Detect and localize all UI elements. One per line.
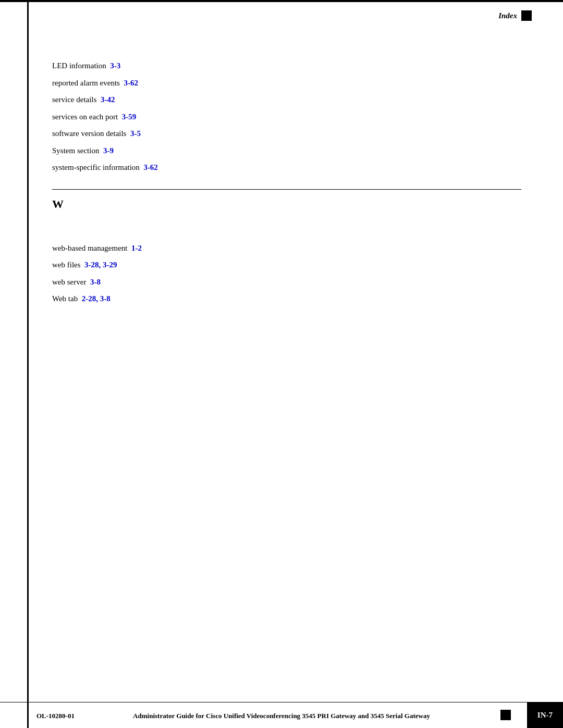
entry-software-version-details: software version details 3-5 xyxy=(52,128,521,140)
footer-title: Administrator Guide for Cisco Unified Vi… xyxy=(133,712,430,720)
page-header: Index xyxy=(0,5,563,26)
section-divider-w xyxy=(52,189,521,190)
entry-link[interactable]: 3-42 xyxy=(101,95,115,104)
page-footer: OL-10280-01 Administrator Guide for Cisc… xyxy=(0,702,563,728)
entry-text: web server xyxy=(52,278,90,286)
entry-text: software version details xyxy=(52,129,130,138)
entry-text: web files xyxy=(52,261,84,269)
entry-link[interactable]: 3-28, 3-29 xyxy=(84,261,117,269)
entry-service-details: service details 3-42 xyxy=(52,94,521,106)
entry-led-information: LED information 3-3 xyxy=(52,60,521,72)
entry-services-on-each-port: services on each port 3-59 xyxy=(52,111,521,123)
continuation-entries: LED information 3-3 reported alarm event… xyxy=(52,60,521,174)
left-bar xyxy=(27,0,29,728)
entry-text: Web tab xyxy=(52,294,82,303)
entry-text: service details xyxy=(52,95,101,104)
entry-link[interactable]: 3-3 xyxy=(110,61,120,70)
entry-link[interactable]: 3-62 xyxy=(143,163,158,171)
entry-link[interactable]: 3-59 xyxy=(122,113,137,121)
entry-text: system-specific information xyxy=(52,163,143,171)
entry-web-server: web server 3-8 xyxy=(52,276,521,288)
top-border xyxy=(0,0,563,2)
section-letter-w: W xyxy=(52,198,521,211)
entry-text: web-based management xyxy=(52,244,131,252)
header-index: Index xyxy=(498,10,532,21)
entry-link[interactable]: 3-62 xyxy=(124,79,138,87)
entry-web-based-management: web-based management 1-2 xyxy=(52,242,521,254)
entry-web-tab: Web tab 2-28, 3-8 xyxy=(52,293,521,305)
header-black-box xyxy=(521,10,532,21)
main-content: LED information 3-3 reported alarm event… xyxy=(52,29,521,310)
header-index-label: Index xyxy=(498,11,517,20)
entry-text: services on each port xyxy=(52,113,122,121)
entry-link[interactable]: 3-8 xyxy=(90,278,101,286)
footer-page-number: IN-7 xyxy=(527,702,563,728)
entry-system-specific-information: system-specific information 3-62 xyxy=(52,162,521,174)
entry-reported-alarm-events: reported alarm events 3-62 xyxy=(52,77,521,89)
entry-text: reported alarm events xyxy=(52,79,124,87)
footer-doc-number: OL-10280-01 xyxy=(36,712,75,720)
entry-link[interactable]: 3-9 xyxy=(103,146,114,155)
footer-left-bar xyxy=(27,702,29,728)
entry-link[interactable]: 2-28, 3-8 xyxy=(82,294,111,303)
entry-link[interactable]: 3-5 xyxy=(130,129,141,138)
entry-text: System section xyxy=(52,146,103,155)
entry-text: LED information xyxy=(52,61,110,70)
entry-web-files: web files 3-28, 3-29 xyxy=(52,259,521,271)
section-w-entries: web-based management 1-2 web files 3-28,… xyxy=(52,242,521,305)
entry-system-section: System section 3-9 xyxy=(52,145,521,157)
footer-black-bar xyxy=(500,710,511,720)
entry-link[interactable]: 1-2 xyxy=(131,244,142,252)
